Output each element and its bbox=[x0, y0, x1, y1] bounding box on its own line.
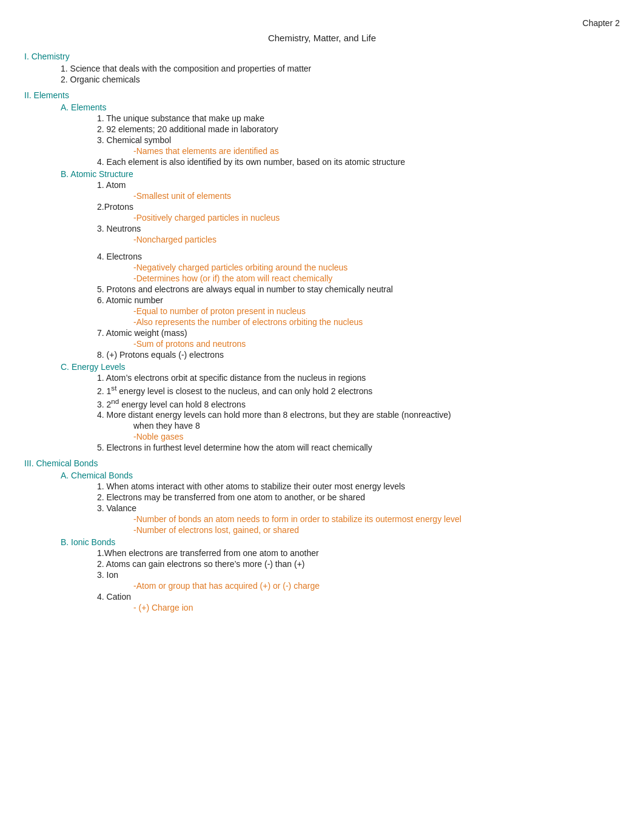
outline-item: 1. The unique substance that make up mak… bbox=[97, 113, 620, 123]
sub-item: when they have 8 bbox=[133, 421, 620, 431]
outline-item: 8. (+) Protons equals (-) electrons bbox=[97, 350, 620, 360]
outline-item: 5. Electrons in furthest level determine… bbox=[97, 443, 620, 452]
outline-item: 3. Chemical symbol bbox=[97, 135, 620, 145]
sub-item: -Positively charged particles in nucleus bbox=[133, 213, 620, 223]
outline-item: 3. Valance bbox=[97, 503, 620, 513]
subsection-label: C. Energy Levels bbox=[61, 362, 620, 372]
sub-item: -Sum of protons and neutrons bbox=[133, 339, 620, 349]
page-title: Chemistry, Matter, and Life bbox=[268, 33, 376, 43]
subsection-label: B. Atomic Structure bbox=[61, 169, 620, 179]
sub-item: -Smallest unit of elements bbox=[133, 191, 620, 201]
outline-container: I. Chemistry1. Science that deals with t… bbox=[24, 52, 620, 612]
sub-item: -Noncharged particles bbox=[133, 235, 620, 244]
sub-item: -Names that elements are identified as bbox=[133, 146, 620, 156]
outline-item: 2. 1st energy level is closest to the nu… bbox=[97, 384, 620, 396]
outline-item: 1. When atoms interact with other atoms … bbox=[97, 481, 620, 491]
outline-item: 6. Atomic number bbox=[97, 295, 620, 305]
outline-item: 1.When electrons are transferred from on… bbox=[97, 548, 620, 558]
outline-item: 2. Organic chemicals bbox=[61, 75, 620, 84]
outline-item: 5. Protons and electrons are always equa… bbox=[97, 284, 620, 294]
outline-item: 1. Atom’s electrons orbit at specific di… bbox=[97, 373, 620, 383]
sub-item: -Negatively charged particles orbiting a… bbox=[133, 263, 620, 272]
outline-item: 1. Atom bbox=[97, 180, 620, 190]
sub-item: -Number of electrons lost, gained, or sh… bbox=[133, 525, 620, 535]
sub-item: -Atom or group that has acquired (+) or … bbox=[133, 581, 620, 591]
sub-item: -Number of bonds an atom needs to form i… bbox=[133, 514, 620, 524]
sub-item: -Equal to number of proton present in nu… bbox=[133, 306, 620, 316]
subsection-label: A. Chemical Bonds bbox=[61, 471, 620, 480]
subsection-label: A. Elements bbox=[61, 102, 620, 112]
outline-item: 1. Science that deals with the compositi… bbox=[61, 64, 620, 73]
outline-item: 4. More distant energy levels can hold m… bbox=[97, 410, 620, 420]
outline-item: 3. 2nd energy level can hold 8 electrons bbox=[97, 397, 620, 409]
sub-item: -Noble gases bbox=[133, 432, 620, 441]
chapter-label: Chapter 2 bbox=[583, 18, 620, 28]
outline-item: 2.Protons bbox=[97, 202, 620, 212]
sub-item: -Determines how (or if) the atom will re… bbox=[133, 273, 620, 283]
outline-item: 2. Atoms can gain electrons so there’s m… bbox=[97, 559, 620, 569]
outline-item: 4. Cation bbox=[97, 592, 620, 602]
section-label: II. Elements bbox=[24, 90, 620, 100]
sub-item: -Also represents the number of electrons… bbox=[133, 317, 620, 327]
outline-item: 4. Each element is also identified by it… bbox=[97, 157, 620, 167]
outline-item: 7. Atomic weight (mass) bbox=[97, 328, 620, 338]
outline-item: 2. 92 elements; 20 additional made in la… bbox=[97, 124, 620, 134]
outline-item: 4. Electrons bbox=[97, 252, 620, 261]
outline-item: 3. Ion bbox=[97, 570, 620, 580]
sub-item: - (+) Charge ion bbox=[133, 603, 620, 612]
subsection-label: B. Ionic Bonds bbox=[61, 537, 620, 547]
outline-item: 2. Electrons may be transferred from one… bbox=[97, 492, 620, 502]
outline-item: 3. Neutrons bbox=[97, 224, 620, 233]
section-label: I. Chemistry bbox=[24, 52, 620, 61]
section-label: III. Chemical Bonds bbox=[24, 458, 620, 468]
